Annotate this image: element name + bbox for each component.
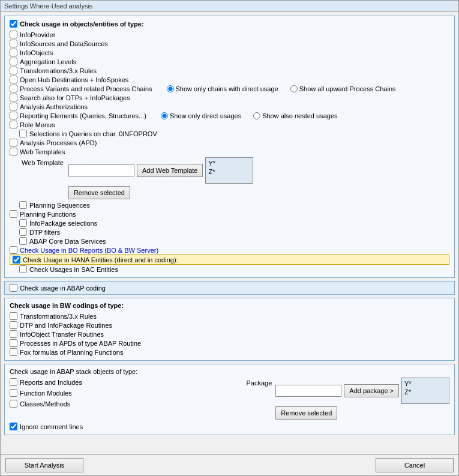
cb-apd[interactable] <box>10 139 17 146</box>
footer: Start Analysis Cancel <box>1 454 458 475</box>
cb-openhub[interactable] <box>10 76 17 83</box>
web-template-listbox[interactable]: Y* Z* <box>205 157 253 184</box>
label-infoobject-transfer: InfoObject Transfer Routines <box>20 331 104 338</box>
cb-dtp-filters[interactable] <box>19 228 27 236</box>
cb-role-menus[interactable] <box>10 121 17 128</box>
package-list-item-1: Y* <box>403 379 448 388</box>
cb-function-modules[interactable] <box>10 389 17 397</box>
cb-bo-reports[interactable] <box>10 246 17 254</box>
radio-nested-usages-label: Show also nested usages <box>262 112 337 119</box>
label-infosources: InfoSources and DataSources <box>20 40 108 47</box>
radio-direct-usages-input[interactable] <box>161 112 168 119</box>
cb-infopackage[interactable] <box>19 219 27 227</box>
label-auth: Analysis Authorizations <box>20 103 88 110</box>
cb-infoobject-transfer[interactable] <box>10 330 17 338</box>
package-listbox[interactable]: Y* Z* <box>401 378 449 404</box>
package-input[interactable] <box>275 385 341 397</box>
label-planning-seq: Planning Sequences <box>29 202 90 209</box>
row-sac: Check Usages in SAC Entities <box>10 265 449 274</box>
cb-aggregation[interactable] <box>10 58 17 65</box>
cb-fox-formulas[interactable] <box>10 348 17 356</box>
cb-transformations[interactable] <box>10 67 17 74</box>
cb-selections[interactable] <box>19 130 27 137</box>
label-infopackage: InfoPackage selections <box>29 220 97 227</box>
cb-sac[interactable] <box>19 265 27 273</box>
row-transformations: Transformations/3.x Rules <box>10 66 449 75</box>
row-abap-core: ABAP Core Data Services <box>10 236 449 246</box>
label-dtps: Search also for DTPs + InfoPackages <box>20 94 130 101</box>
package-checkboxes: Reports and Includes Function Modules Cl… <box>10 378 82 408</box>
label-reporting: Reporting Elements (Queries, Structures.… <box>20 112 146 119</box>
cb-planning-func[interactable] <box>10 210 17 218</box>
cb-classes[interactable] <box>10 400 17 408</box>
radio-all-chains-input[interactable] <box>290 85 298 92</box>
process-variants-radios: Show only chains with direct usage Show … <box>167 85 396 92</box>
row-dtp-routines: DTP and InfoPackage Routines <box>10 321 449 330</box>
label-process-variants: Process Variants and related Process Cha… <box>20 85 152 92</box>
row-bo-reports: Check Usage in BO Reports (BO & BW Serve… <box>10 246 449 255</box>
top-section-title: Check usage in objects/entities of type: <box>20 20 144 28</box>
abap-stack-section: Check usage in ABAP stack objects of typ… <box>4 364 455 435</box>
radio-direct-usages: Show only direct usages <box>161 112 241 119</box>
row-dtps: Search also for DTPs + InfoPackages <box>10 93 449 102</box>
cb-reports[interactable] <box>10 378 17 386</box>
start-analysis-button[interactable]: Start Analysis <box>5 458 83 472</box>
add-package-button[interactable]: Add package > <box>344 384 399 397</box>
cb-dtps[interactable] <box>10 94 17 101</box>
cb-apd-abap[interactable] <box>10 339 17 347</box>
cb-web-templates[interactable] <box>10 148 17 155</box>
window-title: Settings Where-Used analysis <box>4 2 92 10</box>
add-web-template-button[interactable]: Add Web Template <box>137 164 203 177</box>
web-template-list-item-2: Z* <box>207 167 251 176</box>
radio-all-chains-label: Show all upward Process Chains <box>299 85 396 92</box>
remove-package-button[interactable]: Remove selected <box>275 406 337 420</box>
label-function-modules: Function Modules <box>20 390 72 397</box>
package-controls: Package Add package > Y* Z* Remove selec… <box>246 378 449 420</box>
bw-codings-title: Check usage in BW codings of type: <box>10 302 449 309</box>
cb-bw-transformations[interactable] <box>10 312 17 320</box>
cb-ignore-comments[interactable] <box>10 423 17 430</box>
template-controls: Add Web Template Y* Z* Remove selected <box>68 157 254 199</box>
cb-infoprovider[interactable] <box>10 31 17 38</box>
radio-direct-chains: Show only chains with direct usage <box>167 85 278 92</box>
label-classes: Classes/Methods <box>20 400 70 408</box>
label-infoprovider: InfoProvider <box>20 31 55 38</box>
label-dtp-filters: DTP filters <box>29 229 60 236</box>
main-window: Settings Where-Used analysis Check usage… <box>0 0 459 476</box>
cb-infoobjects[interactable] <box>10 49 17 56</box>
radio-direct-chains-label: Show only chains with direct usage <box>176 85 278 92</box>
row-function-modules: Function Modules <box>10 388 82 397</box>
title-bar: Settings Where-Used analysis <box>1 1 458 12</box>
cb-hana[interactable] <box>13 256 20 264</box>
remove-template-button[interactable]: Remove selected <box>68 186 130 199</box>
row-fox-formulas: Fox formulas of Planning Functions <box>10 348 449 357</box>
bw-codings-section: Check usage in BW codings of type: Trans… <box>4 298 455 361</box>
radio-direct-chains-input[interactable] <box>167 85 174 92</box>
row-planning-seq: Planning Sequences <box>10 200 449 209</box>
cb-abap-coding[interactable] <box>10 284 17 292</box>
label-sac: Check Usages in SAC Entities <box>29 266 118 273</box>
row-infoobjects: InfoObjects <box>10 48 449 57</box>
cb-planning-seq[interactable] <box>19 201 27 209</box>
cb-auth[interactable] <box>10 103 17 110</box>
row-reporting: Reporting Elements (Queries, Structures.… <box>10 111 449 120</box>
cb-reporting[interactable] <box>10 112 17 119</box>
row-ignore-comments: Ignore comment lines <box>10 422 449 431</box>
cb-infosources[interactable] <box>10 40 17 47</box>
cb-dtp-routines[interactable] <box>10 321 17 329</box>
label-planning-func: Planning Functions <box>20 211 76 218</box>
cb-abap-core[interactable] <box>19 237 27 245</box>
cb-process-variants[interactable] <box>10 85 17 92</box>
radio-nested-usages-input[interactable] <box>253 112 260 119</box>
label-reports: Reports and Includes <box>20 379 82 386</box>
top-section-checkbox[interactable] <box>10 20 17 28</box>
reporting-radios: Show only direct usages Show also nested… <box>161 112 338 119</box>
top-section: Check usage in objects/entities of type:… <box>4 16 455 278</box>
row-dtp-filters: DTP filters <box>10 227 449 236</box>
cancel-button[interactable]: Cancel <box>376 458 454 472</box>
label-bo-reports[interactable]: Check Usage in BO Reports (BO & BW Serve… <box>20 247 158 254</box>
label-abap-core: ABAP Core Data Services <box>29 238 106 245</box>
label-transformations: Transformations/3.x Rules <box>20 67 97 74</box>
label-infoobjects: InfoObjects <box>20 49 53 56</box>
web-template-input[interactable] <box>68 164 134 176</box>
